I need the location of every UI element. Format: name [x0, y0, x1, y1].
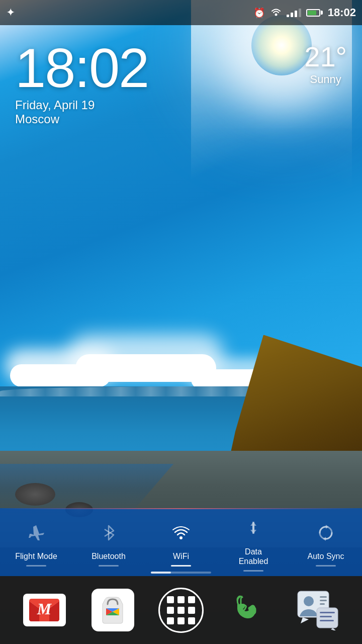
gmail-icon: M — [23, 594, 66, 626]
svg-rect-14 — [320, 612, 335, 613]
phone-shortcut[interactable] — [224, 585, 275, 635]
bluetooth-label: Bluetooth — [92, 552, 126, 561]
data-label: DataEnabled — [239, 547, 268, 566]
weather-widget: 21° Sunny — [304, 40, 347, 86]
quick-settings-panel: Flight Mode Bluetooth WiFi — [0, 508, 362, 576]
data-indicator — [243, 570, 263, 572]
auto-sync-indicator — [316, 565, 336, 567]
svg-rect-9 — [320, 596, 327, 598]
svg-rect-11 — [320, 603, 325, 605]
clock-time: 18:02 — [15, 40, 347, 96]
gmail-shortcut[interactable]: M — [19, 585, 69, 635]
auto-sync-label: Auto Sync — [308, 552, 344, 561]
drawer-button-circle — [158, 588, 204, 633]
wifi-indicator — [171, 565, 191, 567]
grid-dots-icon — [163, 592, 199, 628]
svg-rect-16 — [320, 620, 334, 621]
wifi-icon — [270, 7, 282, 19]
data-icon — [238, 513, 268, 543]
data-toggle[interactable]: DataEnabled — [228, 513, 279, 572]
bluetooth-indicator — [99, 565, 119, 567]
auto-sync-icon — [311, 518, 341, 548]
svg-point-0 — [275, 13, 277, 16]
usb-icon: ✦ — [6, 6, 15, 19]
clock-location: Moscow — [15, 112, 347, 126]
bluetooth-icon — [94, 518, 124, 548]
svg-rect-15 — [320, 616, 332, 617]
quick-settings-scrollbar — [151, 572, 211, 574]
signal-bars-icon — [287, 9, 301, 17]
quick-settings-divider — [0, 508, 362, 509]
clock-date: Friday, April 19 — [15, 98, 347, 112]
svg-point-8 — [304, 596, 314, 606]
status-bar: ✦ ⏰ 18:02 — [0, 0, 362, 25]
svg-text:M: M — [37, 600, 52, 618]
flight-mode-label: Flight Mode — [15, 552, 57, 561]
wifi-label: WiFi — [173, 552, 189, 561]
dock: M — [0, 576, 362, 644]
weather-temperature: 21° — [304, 40, 347, 73]
flight-mode-icon — [21, 518, 51, 548]
bluetooth-toggle[interactable]: Bluetooth — [83, 518, 134, 567]
messaging-shortcut[interactable] — [293, 585, 343, 635]
alarm-icon: ⏰ — [253, 7, 265, 19]
clock-widget: 18:02 Friday, April 19 Moscow 21° Sunny — [0, 30, 362, 136]
wifi-toggle-icon — [166, 518, 196, 548]
svg-rect-10 — [320, 600, 327, 601]
wifi-toggle[interactable]: WiFi — [156, 518, 206, 567]
svg-point-1 — [179, 536, 183, 539]
battery-icon — [306, 9, 323, 17]
flight-mode-toggle[interactable]: Flight Mode — [11, 518, 61, 567]
phone-icon — [228, 589, 271, 631]
status-time: 18:02 — [328, 6, 356, 19]
svg-rect-12 — [317, 608, 338, 628]
auto-sync-toggle[interactable]: Auto Sync — [301, 518, 351, 567]
play-store-shortcut[interactable] — [87, 585, 138, 635]
flight-mode-indicator — [26, 565, 46, 567]
play-store-icon — [92, 589, 134, 631]
app-drawer-button[interactable] — [156, 585, 206, 635]
messaging-icon — [297, 589, 339, 631]
weather-condition: Sunny — [304, 73, 347, 86]
